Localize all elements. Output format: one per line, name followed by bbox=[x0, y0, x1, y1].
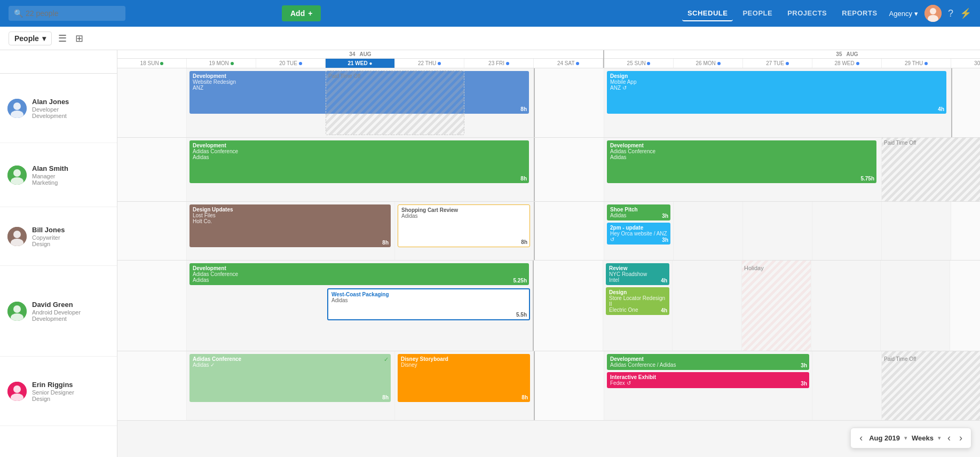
event-bj-hey-orca[interactable]: 2pm - update Hey Orca website / ANZ ↺ 3h bbox=[607, 223, 670, 245]
person-info-david-green: David Green Android Developer Developmen… bbox=[32, 301, 109, 322]
cell-bj-tue27 bbox=[674, 202, 743, 260]
event-er-interactive-exhibit[interactable]: Interactive Exhibit Fedex ↺ 3h bbox=[607, 372, 809, 388]
next-button[interactable]: › bbox=[957, 431, 965, 445]
person-role: Copywriter bbox=[32, 234, 109, 241]
cell-dg-empty-19-20 bbox=[189, 287, 326, 322]
chevron-down-icon-view[interactable]: ▾ bbox=[938, 435, 941, 442]
cell-bj-fri30 bbox=[882, 202, 951, 260]
nav-reports[interactable]: REPORTS bbox=[836, 6, 882, 21]
cell-dg-mon26: Review NYC Roadshow Intel 4h Design Stor… bbox=[603, 261, 673, 351]
person-name: Bill Jones bbox=[32, 226, 109, 234]
person-role: Android Developer bbox=[32, 309, 109, 316]
calendar-row-alan-smith: Development Adidas Conference Adidas 8h … bbox=[117, 138, 980, 202]
notification-icon[interactable]: ⚡ bbox=[960, 7, 971, 19]
cell-as-paid-time-off: Paid Time Off bbox=[882, 138, 980, 201]
cell-aj-week34-events: Development Website Redesign ANZ 8h Paid… bbox=[187, 68, 534, 137]
event-bj-shoe-pitch[interactable]: Shoe Pitch Adidas 3h bbox=[607, 204, 670, 220]
event-dg-west-coast-pkg[interactable]: West-Coast Packaging Adidas 5.5h bbox=[327, 288, 530, 320]
day-header-thu22: 22 THU bbox=[395, 59, 464, 68]
person-name: Alan Jones bbox=[32, 98, 109, 106]
calendar-row-alan-jones: Development Website Redesign ANZ 8h Paid… bbox=[117, 68, 980, 138]
cell-er-week34-orange: Disney Storyboard Disney 8h bbox=[395, 351, 534, 420]
person-alan-smith[interactable]: Alan Smith Manager Marketing bbox=[0, 143, 117, 207]
event-er-adidas-conf[interactable]: Adidas Conference Adidas ✓ 8h ✓ bbox=[189, 354, 391, 402]
person-info-alan-jones: Alan Jones Developer Development bbox=[32, 98, 109, 119]
day-header-wed28: 28 WED bbox=[812, 59, 882, 68]
cell-aj-week35-events: Design Mobile App ANZ ↺ 4h bbox=[604, 68, 951, 137]
user-avatar[interactable] bbox=[924, 5, 942, 22]
prev-period-button[interactable]: ‹ bbox=[857, 431, 865, 445]
person-dept: Design bbox=[32, 241, 109, 247]
nav-links: SCHEDULE PEOPLE PROJECTS REPORTS bbox=[682, 6, 883, 21]
event-as-adidas-conference-35[interactable]: Development Adidas Conference Adidas 5.7… bbox=[607, 140, 876, 183]
agency-button[interactable]: Agency ▾ bbox=[889, 10, 918, 18]
cell-dg-west-coast: West-Coast Packaging Adidas 5.5h bbox=[326, 287, 531, 322]
day-header-tue27: 27 TUE bbox=[743, 59, 812, 68]
person-name: Alan Smith bbox=[32, 164, 109, 172]
people-filter-button[interactable]: People ▾ bbox=[9, 31, 52, 45]
chevron-down-icon: ▾ bbox=[914, 10, 918, 18]
cell-bj-sun25 bbox=[535, 202, 604, 260]
cell-dg-wed28: Holiday bbox=[742, 261, 811, 351]
cell-bj-wed28 bbox=[743, 202, 812, 260]
cell-bj-sat31 bbox=[951, 202, 980, 260]
toolbar: People ▾ ☰ ⊞ bbox=[0, 27, 980, 50]
day-header-wed21: 21 WED ● bbox=[326, 59, 395, 68]
person-role: Manager bbox=[32, 173, 109, 179]
cell-aj-sun25 bbox=[535, 68, 604, 137]
people-label: People bbox=[14, 34, 39, 43]
person-role: Developer bbox=[32, 106, 109, 113]
person-bill-jones[interactable]: Bill Jones Copywriter Design bbox=[0, 207, 117, 266]
day-header-mon26: 26 MON bbox=[674, 59, 743, 68]
calendar-row-david-green: Development Adidas Conference Adidas 5.2… bbox=[117, 261, 980, 351]
cell-dg-sun25 bbox=[534, 261, 603, 351]
cell-bj-mon26: Shoe Pitch Adidas 3h 2pm - update Hey Or… bbox=[604, 202, 674, 260]
event-dg-adidas-conf[interactable]: Development Adidas Conference Adidas 5.2… bbox=[189, 263, 529, 285]
add-plus-icon: + bbox=[308, 9, 312, 18]
cell-dg-tue27 bbox=[673, 261, 742, 351]
day-header-fri30: 30 FRI bbox=[951, 59, 980, 68]
calendar-row-erin-riggins: Adidas Conference Adidas ✓ 8h ✓ Disney S… bbox=[117, 351, 980, 421]
person-info-alan-smith: Alan Smith Manager Marketing bbox=[32, 164, 109, 186]
day-header-fri23: 23 FRI bbox=[464, 59, 534, 68]
cell-er-sun18 bbox=[117, 351, 187, 420]
chevron-down-icon: ▾ bbox=[42, 34, 46, 43]
chevron-down-icon-date[interactable]: ▾ bbox=[904, 435, 907, 442]
cell-dg-fri30 bbox=[881, 261, 950, 351]
person-name: Erin Riggins bbox=[32, 381, 109, 389]
avatar-erin-riggins bbox=[7, 382, 27, 401]
header-right: Agency ▾ ? ⚡ bbox=[889, 5, 971, 22]
cell-as-sun25 bbox=[535, 138, 604, 201]
person-david-green[interactable]: David Green Android Developer Developmen… bbox=[0, 266, 117, 357]
event-er-disney-storyboard[interactable]: Disney Storyboard Disney 8h bbox=[398, 354, 530, 402]
day-header-thu29: 29 THU bbox=[882, 59, 951, 68]
event-aj-mobile-app[interactable]: Design Mobile App ANZ ↺ 4h bbox=[607, 71, 946, 114]
cell-dg-sun18 bbox=[117, 261, 187, 351]
avatar-david-green bbox=[7, 302, 27, 321]
list-view-icon[interactable]: ☰ bbox=[56, 30, 69, 46]
nav-people[interactable]: PEOPLE bbox=[737, 6, 778, 21]
event-dg-nyc-roadshow[interactable]: Review NYC Roadshow Intel 4h bbox=[606, 263, 669, 285]
person-erin-riggins[interactable]: Erin Riggins Senior Designer Design bbox=[0, 357, 117, 426]
person-dept: Marketing bbox=[32, 179, 109, 186]
person-name: David Green bbox=[32, 301, 109, 309]
nav-schedule[interactable]: SCHEDULE bbox=[682, 6, 733, 21]
cell-dg-week34-events: Development Adidas Conference Adidas 5.2… bbox=[187, 261, 534, 351]
add-label: Add bbox=[290, 9, 305, 18]
search-input[interactable] bbox=[9, 6, 125, 21]
person-alan-jones[interactable]: Alan Jones Developer Development bbox=[0, 74, 117, 143]
add-button[interactable]: Add + bbox=[282, 5, 321, 21]
event-bj-shopping-cart[interactable]: Shopping Cart Review Adidas 8h bbox=[398, 204, 530, 247]
event-er-adidas-conf-35[interactable]: Development Adidas Conference / Adidas 3… bbox=[607, 354, 809, 370]
avatar-alan-jones bbox=[7, 99, 27, 118]
svg-point-13 bbox=[13, 305, 21, 313]
event-dg-store-locator[interactable]: Design Store Locator Redesign II Electri… bbox=[606, 287, 669, 315]
view-type-label: Weeks bbox=[912, 434, 934, 442]
event-as-adidas-conference[interactable]: Development Adidas Conference Adidas 8h bbox=[189, 140, 529, 183]
help-icon[interactable]: ? bbox=[948, 8, 953, 19]
grid-view-icon[interactable]: ⊞ bbox=[73, 30, 85, 46]
event-bj-design-updates[interactable]: Design Updates Lost Files Holt Co. 8h bbox=[189, 204, 391, 247]
prev-button[interactable]: ‹ bbox=[945, 431, 953, 445]
nav-projects[interactable]: PROJECTS bbox=[782, 6, 832, 21]
cell-er-paid-time-off: Paid Time Off bbox=[882, 351, 980, 420]
